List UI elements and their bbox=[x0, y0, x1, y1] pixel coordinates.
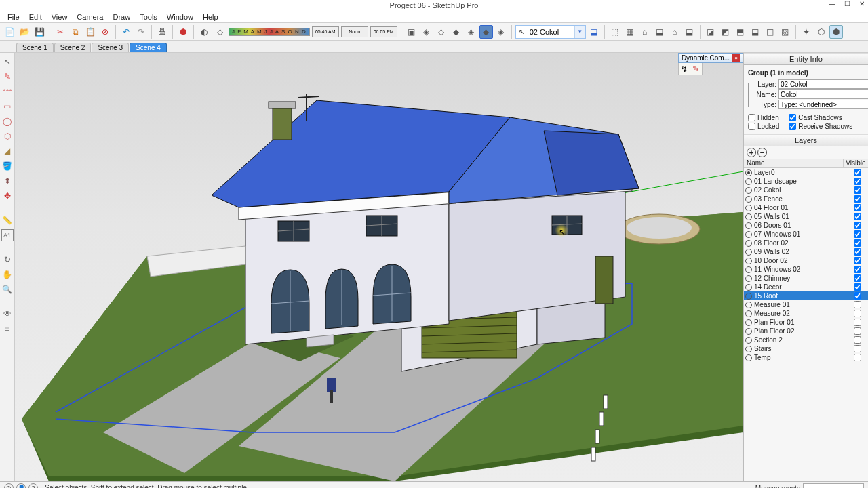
measurements-input[interactable] bbox=[803, 483, 864, 488]
entity-type-input[interactable] bbox=[778, 100, 868, 109]
layers-header[interactable]: Layers bbox=[744, 134, 868, 146]
layer-visible-checkbox[interactable] bbox=[854, 274, 861, 282]
solid-tool-1[interactable]: ◪ bbox=[704, 25, 717, 39]
layer-row[interactable]: Plan Floor 01 bbox=[744, 318, 868, 327]
move-tool[interactable]: ✥ bbox=[1, 190, 14, 202]
layer-manager-button[interactable]: ⬓ bbox=[587, 25, 601, 39]
sunset-time[interactable]: 06:05 PM bbox=[370, 26, 397, 37]
layer-row[interactable]: Plan Floor 02 bbox=[744, 327, 868, 336]
add-layer-button[interactable]: + bbox=[747, 148, 756, 157]
model-info-button[interactable]: ⬢ bbox=[176, 25, 190, 39]
menu-camera[interactable]: Camera bbox=[72, 13, 108, 21]
layer-row[interactable]: 11 Windows 02 bbox=[744, 265, 868, 274]
scene-tab[interactable]: Scene 3 bbox=[92, 43, 129, 52]
layer-row[interactable]: 10 Door 02 bbox=[744, 256, 868, 265]
layer-input[interactable] bbox=[527, 28, 574, 36]
sunrise-time[interactable]: 05:46 AM bbox=[312, 26, 339, 37]
solid-tool-4[interactable]: ⬓ bbox=[749, 25, 762, 39]
layer-visible-checkbox[interactable] bbox=[854, 248, 861, 256]
scene-tab[interactable]: Scene 4 bbox=[130, 43, 167, 52]
section-tool[interactable]: 👁 bbox=[1, 308, 14, 320]
menu-draw[interactable]: Draw bbox=[108, 13, 135, 21]
cut-button[interactable]: ✂ bbox=[54, 25, 67, 39]
month-slider[interactable]: J F M A M J J A S O N D bbox=[229, 28, 310, 36]
layer-visible-checkbox[interactable] bbox=[854, 257, 861, 264]
layer-visible-checkbox[interactable] bbox=[854, 301, 861, 308]
layer-visible-checkbox[interactable] bbox=[854, 292, 861, 300]
layer-row[interactable]: 09 Walls 02 bbox=[744, 247, 868, 256]
layer-row[interactable]: Measure 01 bbox=[744, 300, 868, 309]
chevron-down-icon[interactable]: ▼ bbox=[574, 26, 585, 38]
geolocation-icon[interactable]: ⊙ bbox=[4, 483, 14, 489]
layers-col-name[interactable]: Name bbox=[744, 159, 844, 167]
walk-tool[interactable]: ≡ bbox=[1, 323, 14, 335]
viewport-3d[interactable]: ↖ bbox=[15, 53, 743, 481]
layer-row[interactable]: Layer0 bbox=[744, 168, 868, 177]
select-tool[interactable]: ↖ bbox=[1, 56, 14, 68]
tape-tool[interactable]: 📏 bbox=[1, 214, 14, 226]
paint-tool[interactable]: 🪣 bbox=[1, 160, 14, 172]
redo-button[interactable]: ↷ bbox=[134, 25, 148, 39]
layers-col-visible[interactable]: Visible bbox=[844, 159, 868, 167]
sandbox-1[interactable]: ✦ bbox=[800, 25, 813, 39]
scene-tab[interactable]: Scene 2 bbox=[54, 43, 92, 52]
iso-view-button[interactable]: ⬚ bbox=[608, 25, 622, 39]
solid-tool-2[interactable]: ◩ bbox=[719, 25, 732, 39]
sandbox-3[interactable]: ⬢ bbox=[829, 25, 843, 39]
layer-row[interactable]: 04 Floor 01 bbox=[744, 203, 868, 212]
solid-tool-6[interactable]: ▧ bbox=[778, 25, 792, 39]
layer-visible-checkbox[interactable] bbox=[854, 283, 861, 291]
cast-shadows-checkbox[interactable]: Cast Shadows bbox=[789, 114, 852, 121]
menu-help[interactable]: Help bbox=[198, 13, 223, 21]
layer-visible-checkbox[interactable] bbox=[854, 195, 861, 203]
shadow-toggle-button[interactable]: ◐ bbox=[197, 25, 211, 39]
locked-checkbox[interactable]: Locked bbox=[748, 123, 779, 130]
layer-visible-checkbox[interactable] bbox=[854, 310, 861, 317]
hidden-line-button[interactable]: ◇ bbox=[435, 25, 448, 39]
menu-file[interactable]: File bbox=[3, 13, 24, 21]
layer-row[interactable]: 12 Chimney bbox=[744, 274, 868, 283]
solid-tool-5[interactable]: ◫ bbox=[764, 25, 777, 39]
layers-list[interactable]: Layer001 Landscape02 Cokol03 Fence04 Flo… bbox=[744, 168, 868, 481]
layer-visible-checkbox[interactable] bbox=[854, 345, 861, 352]
receive-shadows-checkbox[interactable]: Receive Shadows bbox=[789, 123, 852, 130]
menu-tools[interactable]: Tools bbox=[135, 13, 162, 21]
sandbox-2[interactable]: ⬡ bbox=[814, 25, 828, 39]
layer-row[interactable]: 07 Windows 01 bbox=[744, 230, 868, 239]
wireframe-button[interactable]: ◈ bbox=[420, 25, 433, 39]
minimize-button[interactable]: — bbox=[827, 0, 837, 7]
pushpull-tool[interactable]: ⬍ bbox=[1, 175, 14, 187]
shadow-settings-button[interactable]: ◇ bbox=[213, 25, 226, 39]
layer-visible-checkbox[interactable] bbox=[854, 169, 861, 176]
menu-view[interactable]: View bbox=[47, 13, 73, 21]
layer-visible-checkbox[interactable] bbox=[854, 239, 861, 247]
copy-button[interactable]: ⧉ bbox=[68, 25, 82, 39]
scene-tab[interactable]: Scene 1 bbox=[16, 43, 54, 52]
close-button[interactable]: ✕ bbox=[857, 0, 867, 7]
layer-dropdown[interactable]: ↖ ▼ bbox=[515, 25, 586, 39]
maximize-button[interactable]: ☐ bbox=[842, 0, 852, 7]
rectangle-tool[interactable]: ▭ bbox=[1, 100, 14, 113]
help-icon[interactable]: ? bbox=[28, 483, 38, 489]
layer-visible-checkbox[interactable] bbox=[854, 178, 861, 185]
line-tool[interactable]: ✎ bbox=[1, 70, 14, 83]
back-view-button[interactable]: ⌂ bbox=[668, 25, 682, 39]
layer-row[interactable]: 05 Walls 01 bbox=[744, 212, 868, 221]
layer-row[interactable]: 08 Floor 02 bbox=[744, 239, 868, 247]
layer-visible-checkbox[interactable] bbox=[854, 204, 861, 211]
layer-row[interactable]: 03 Fence bbox=[744, 195, 868, 203]
noon-time[interactable]: Noon bbox=[341, 26, 368, 37]
solid-tool-3[interactable]: ⬒ bbox=[734, 25, 747, 39]
arc-tool[interactable]: 〰 bbox=[1, 85, 14, 98]
paste-button[interactable]: 📋 bbox=[83, 25, 97, 39]
monochrome-button[interactable]: ◆ bbox=[479, 25, 493, 39]
component-attributes-icon[interactable]: ✎ bbox=[692, 64, 699, 74]
front-view-button[interactable]: ⌂ bbox=[638, 25, 652, 39]
entity-info-header[interactable]: Entity Info bbox=[744, 53, 868, 65]
layer-row[interactable]: 15 Roof bbox=[744, 291, 868, 300]
dynamic-components-toolbar[interactable]: Dynamic Com...× ↯✎ bbox=[678, 53, 743, 75]
layer-row[interactable]: 02 Cokol bbox=[744, 186, 868, 195]
new-file-button[interactable]: 📄 bbox=[3, 25, 16, 39]
layer-visible-checkbox[interactable] bbox=[854, 230, 861, 238]
entity-name-input[interactable] bbox=[778, 89, 868, 99]
